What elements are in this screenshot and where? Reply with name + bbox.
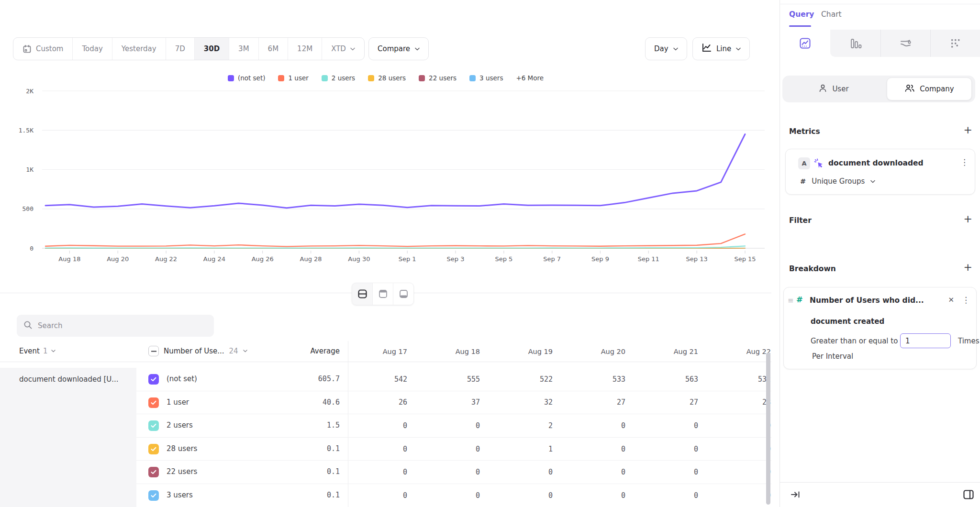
breakdown-kebab-icon[interactable]: ⋮ <box>962 296 970 304</box>
cell-value: 0 <box>566 414 639 437</box>
chevron-down-icon <box>415 47 420 51</box>
table-body: (not set)605.75425555225335635321 user40… <box>0 368 771 507</box>
interval-dropdown[interactable]: Day <box>645 37 687 60</box>
cell-value: 0 <box>348 461 421 484</box>
range-button-30d[interactable]: 30D <box>195 38 229 60</box>
chart-type-dropdown[interactable]: Line <box>692 37 750 60</box>
cell-value: 0 <box>712 438 784 461</box>
remove-breakdown-icon[interactable]: ✕ <box>948 296 954 304</box>
breakdown-value-input[interactable] <box>900 333 951 348</box>
add-breakdown-button[interactable]: + <box>964 263 972 272</box>
compare-button[interactable]: Compare <box>368 37 429 60</box>
range-button-yesterday[interactable]: Yesterday <box>112 38 166 60</box>
header-view-button[interactable] <box>372 283 393 305</box>
svg-text:1.5K: 1.5K <box>19 127 33 134</box>
range-button-6m[interactable]: 6M <box>259 38 289 60</box>
chevron-down-icon <box>243 350 247 353</box>
cell-value: 37 <box>421 391 493 414</box>
range-button-12m[interactable]: 12M <box>288 38 322 60</box>
date-column-header[interactable]: Aug 18 <box>421 341 493 362</box>
table-row[interactable]: 2 users1.5002000 <box>136 414 771 438</box>
svg-text:2K: 2K <box>26 88 33 95</box>
vertical-scrollbar[interactable] <box>766 353 770 505</box>
range-label: 7D <box>175 44 185 53</box>
drag-handle-icon[interactable]: ≡ <box>788 296 794 305</box>
cell-value: 555 <box>421 368 493 391</box>
add-metric-button[interactable]: + <box>964 125 972 135</box>
collapse-panel-icon[interactable] <box>790 489 801 502</box>
range-button-xtd[interactable]: XTD <box>322 38 364 60</box>
legend-item[interactable]: 3 users <box>469 74 503 82</box>
metric-kebab-icon[interactable]: ⋮ <box>960 158 969 166</box>
date-column-header[interactable]: Aug 19 <box>493 341 566 362</box>
event-column-header[interactable]: Event 1 <box>19 347 56 355</box>
breakdown-condition-label[interactable]: Greater than or equal to <box>811 337 898 345</box>
company-toggle-option[interactable]: Company <box>887 77 972 100</box>
split-pane-icon[interactable] <box>962 488 975 503</box>
cell-value: 532 <box>712 368 784 391</box>
cell-value: 1 <box>493 438 566 461</box>
select-all-checkbox[interactable] <box>148 346 159 356</box>
row-checkbox[interactable] <box>148 420 159 431</box>
split-view-button[interactable] <box>352 283 373 305</box>
segment-divider <box>930 30 931 57</box>
legend-item[interactable]: 22 users <box>419 74 457 82</box>
tab-query[interactable]: Query <box>789 10 814 19</box>
search-input[interactable] <box>38 321 207 330</box>
date-column-header[interactable]: Aug 17 <box>348 341 421 362</box>
user-toggle-option[interactable]: User <box>782 77 885 100</box>
cell-value: 563 <box>639 368 712 391</box>
cell-value: 0 <box>712 461 784 484</box>
svg-text:Aug 28: Aug 28 <box>300 255 322 263</box>
table-row[interactable]: (not set)605.7542555522533563532 <box>136 368 771 391</box>
legend-item[interactable]: 2 users <box>322 74 355 82</box>
table-row[interactable]: 28 users0.1001000 <box>136 438 771 461</box>
row-checkbox[interactable] <box>148 397 159 408</box>
row-checkbox[interactable] <box>148 374 159 385</box>
breakdown-event-name[interactable]: document created <box>811 317 884 326</box>
add-filter-button[interactable]: + <box>964 214 972 224</box>
bar-chart-type-button[interactable] <box>830 30 880 57</box>
row-label: 22 users <box>167 467 197 476</box>
breakdown-column-header[interactable]: Number of Use... 24 <box>148 346 247 356</box>
metric-card[interactable]: A document downloaded ⋮ # Unique Groups <box>785 149 975 195</box>
svg-text:Aug 18: Aug 18 <box>58 255 80 263</box>
event-header-label: Event <box>19 347 40 355</box>
legend-item[interactable]: 1 user <box>278 74 308 82</box>
breakdown-card[interactable]: ≡ # Number of Users who did... ✕ ⋮ docum… <box>783 287 977 369</box>
date-column-header[interactable]: Aug 21 <box>639 341 712 362</box>
cell-value: 0 <box>421 461 493 484</box>
row-checkbox[interactable] <box>148 444 159 454</box>
aggregation-dropdown[interactable]: # Unique Groups <box>800 177 875 186</box>
legend-item[interactable]: (not set) <box>228 74 266 82</box>
metric-series-badge: A <box>798 157 810 169</box>
table-row[interactable]: 1 user40.6263732272728 <box>136 391 771 415</box>
footer-view-button[interactable] <box>393 283 414 305</box>
legend-more[interactable]: +6 More <box>516 74 544 82</box>
cell-value: 2 <box>493 414 566 437</box>
average-column-header[interactable]: Average <box>258 347 340 355</box>
breakdown-per-label[interactable]: Per Interval <box>812 352 853 361</box>
date-column-header[interactable]: Aug 22 <box>712 341 784 362</box>
table-row[interactable]: 3 users0.1000000 <box>136 484 771 507</box>
range-button-custom[interactable]: Custom <box>13 38 73 60</box>
legend-item[interactable]: 28 users <box>368 74 406 82</box>
tab-chart[interactable]: Chart <box>821 10 842 19</box>
range-button-7d[interactable]: 7D <box>166 38 195 60</box>
line-chart-type-button[interactable] <box>780 30 830 57</box>
row-checkbox[interactable] <box>148 467 159 477</box>
table-row[interactable]: 22 users0.1000000 <box>136 461 771 484</box>
date-column-header[interactable]: Aug 20 <box>566 341 639 362</box>
cell-value: 0 <box>348 414 421 437</box>
range-button-3m[interactable]: 3M <box>229 38 259 60</box>
chart-canvas[interactable]: 05001K1.5K2KAug 18Aug 20Aug 22Aug 24Aug … <box>0 85 775 268</box>
row-checkbox[interactable] <box>148 490 159 501</box>
flow-chart-type-button[interactable] <box>880 30 931 57</box>
search-icon <box>23 320 33 331</box>
cell-value: 0 <box>712 414 784 437</box>
cell-value: 0 <box>566 461 639 484</box>
cell-value: 0 <box>493 461 566 484</box>
cell-value: 0 <box>348 438 421 461</box>
range-button-today[interactable]: Today <box>73 38 112 60</box>
grid-chart-type-button[interactable] <box>930 30 980 57</box>
